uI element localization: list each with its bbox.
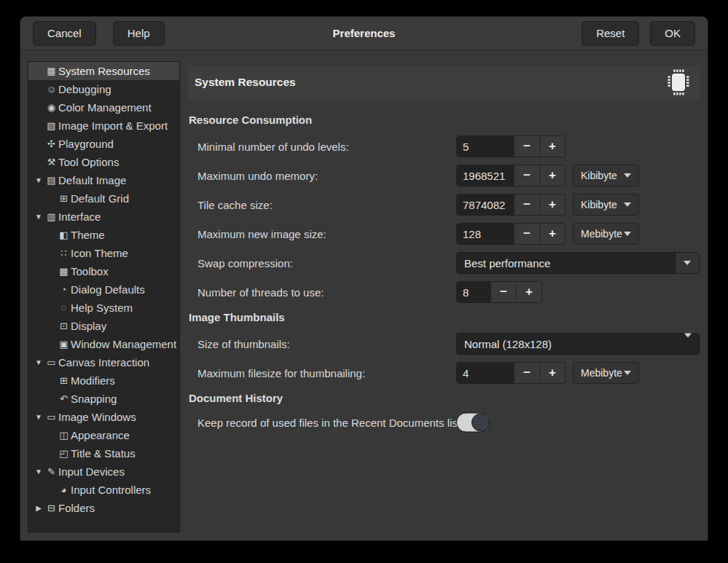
spinbox: 1968521−+ — [456, 165, 565, 186]
toggle-switch[interactable] — [456, 413, 490, 433]
sidebar-item-dialog-defaults[interactable]: ◔Dialog Defaults — [28, 280, 179, 299]
spin-entry-field[interactable]: 5 — [457, 136, 514, 157]
setting-label: Minimal number of undo levels: — [197, 141, 349, 153]
setting-label: Number of threads to use: — [197, 286, 324, 299]
spin-entry-field[interactable]: 7874082 — [457, 194, 514, 215]
sidebar-item-interface[interactable]: ▼▥Interface — [28, 208, 179, 226]
sidebar-item-image-import-export[interactable]: ▧Image Import & Export — [28, 117, 179, 135]
titlebar-left-buttons: Cancel Help — [33, 21, 165, 46]
spin-entry-field[interactable]: 1968521 — [457, 165, 514, 186]
spin-entry-field[interactable]: 4 — [457, 363, 514, 383]
cancel-button[interactable]: Cancel — [33, 21, 96, 46]
ok-button[interactable]: OK — [650, 21, 695, 46]
expander-down-icon[interactable]: ▼ — [32, 413, 45, 421]
spin-increment-button[interactable]: + — [539, 165, 565, 186]
spin-decrement-button[interactable]: − — [514, 363, 539, 383]
window-management-icon: ▣ — [58, 339, 70, 350]
spinbox: 5−+ — [456, 135, 565, 157]
import-export-icon: ▧ — [45, 120, 58, 131]
expander-down-icon[interactable]: ▼ — [32, 468, 45, 476]
sidebar-item-input-devices[interactable]: ▼✎Input Devices — [28, 462, 179, 481]
sidebar-item-help-system[interactable]: ◌Help System — [28, 299, 179, 317]
reset-button[interactable]: Reset — [582, 21, 639, 46]
sidebar-item-appearance[interactable]: ◫Appearance — [28, 426, 179, 444]
dropdown[interactable]: Best performance — [456, 252, 700, 274]
spin-decrement-button[interactable]: − — [514, 136, 539, 157]
spin-increment-button[interactable]: + — [516, 282, 541, 302]
expander-down-icon[interactable]: ▼ — [32, 213, 45, 221]
setting-control: 8−+ — [456, 281, 542, 303]
unit-dropdown-value: Kibibyte — [581, 170, 617, 181]
expander-down-icon[interactable]: ▼ — [32, 176, 45, 184]
expander-right-icon[interactable]: ▶ — [32, 504, 45, 512]
setting-label: Tile cache size: — [197, 199, 273, 211]
expander-down-icon[interactable]: ▼ — [32, 358, 45, 366]
sidebar-item-label: Dialog Defaults — [71, 283, 145, 296]
spin-increment-button[interactable]: + — [539, 224, 565, 244]
sidebar-item-label: Window Management — [71, 338, 176, 350]
spin-decrement-button[interactable]: − — [514, 224, 539, 244]
input-controllers-icon: ◕ — [58, 484, 70, 495]
spinbox: 4−+ — [456, 362, 565, 384]
sidebar-item-debugging[interactable]: ☺Debugging — [28, 80, 179, 98]
spin-increment-button[interactable]: + — [539, 363, 565, 383]
sidebar-item-label: Default Image — [58, 174, 126, 186]
sidebar-item-title-status[interactable]: ◰Title & Status — [28, 444, 179, 462]
unit-dropdown[interactable]: Kibibyte — [573, 194, 639, 216]
settings-row: Keep record of used files in the Recent … — [189, 410, 700, 435]
sidebar-item-label: Help System — [71, 302, 133, 314]
sidebar-item-canvas-interaction[interactable]: ▼▭Canvas Interaction — [28, 353, 179, 371]
sidebar-item-label: Color Management — [58, 101, 152, 114]
sidebar-item-snapping[interactable]: ↶Snapping — [28, 390, 179, 408]
sidebar-item-window-management[interactable]: ▣Window Management — [28, 335, 179, 353]
sidebar-item-color-management[interactable]: ◉Color Management — [28, 98, 179, 117]
sidebar-item-display[interactable]: ⊡Display — [28, 317, 179, 335]
dropdown-arrow-button[interactable] — [675, 253, 699, 273]
titlebar-right-buttons: Reset OK — [582, 21, 695, 46]
sidebar-item-modifiers[interactable]: ⊞Modifiers — [28, 371, 179, 390]
theme-icon: ◧ — [58, 229, 70, 240]
spin-increment-button[interactable]: + — [539, 194, 565, 215]
sidebar-item-toolbox[interactable]: ▩Toolbox — [28, 262, 179, 280]
setting-control: 5−+ — [456, 135, 565, 157]
spin-decrement-button[interactable]: − — [490, 282, 516, 302]
sidebar-item-label: Modifiers — [71, 374, 115, 387]
tool-options-icon: ⚒ — [45, 157, 58, 168]
sidebar-item-input-controllers[interactable]: ◕Input Controllers — [28, 481, 179, 499]
spin-entry-field[interactable]: 8 — [457, 282, 490, 302]
dialog-defaults-icon: ◔ — [58, 284, 70, 295]
sidebar-item-folders[interactable]: ▶⊟Folders — [28, 499, 179, 517]
spin-decrement-button[interactable]: − — [514, 194, 539, 215]
preferences-dialog: Cancel Help Preferences Reset OK ▦System… — [20, 17, 708, 540]
sidebar-item-tool-options[interactable]: ⚒Tool Options — [28, 153, 179, 171]
dropdown[interactable]: Normal (128x128) — [456, 333, 700, 355]
settings-row: Size of thumbnails:Normal (128x128) — [189, 329, 700, 358]
sidebar-item-label: Canvas Interaction — [58, 356, 149, 369]
toggle-knob — [471, 414, 490, 432]
sidebar-item-default-image[interactable]: ▼▤Default Image — [28, 171, 179, 189]
sidebar-item-label: Image Import & Export — [58, 119, 168, 132]
spin-decrement-button[interactable]: − — [514, 165, 539, 186]
sidebar-item-label: Icon Theme — [71, 247, 128, 259]
sidebar-item-label: Display — [71, 320, 106, 332]
spin-increment-button[interactable]: + — [539, 136, 565, 157]
sidebar-item-playground[interactable]: ✣Playground — [28, 135, 179, 153]
help-button[interactable]: Help — [113, 21, 165, 46]
page-title: System Resources — [195, 76, 296, 89]
sidebar-item-label: Input Controllers — [71, 484, 151, 496]
sidebar-item-icon-theme[interactable]: ∷Icon Theme — [28, 244, 179, 262]
sidebar-item-system-resources[interactable]: ▦System Resources — [28, 62, 179, 80]
settings-row: Maximum filesize for thumbnailing:4−+Meb… — [189, 358, 700, 387]
sidebar-item-default-grid[interactable]: ⊞Default Grid — [28, 189, 179, 208]
chevron-down-icon — [684, 261, 691, 265]
sidebar-item-label: Input Devices — [58, 465, 125, 478]
unit-dropdown[interactable]: Mebibyte — [573, 223, 639, 245]
spin-entry-field[interactable]: 128 — [457, 224, 514, 244]
sidebar-item-image-windows[interactable]: ▼▭Image Windows — [28, 408, 179, 426]
unit-dropdown[interactable]: Mebibyte — [573, 362, 639, 384]
titlebar: Cancel Help Preferences Reset OK — [20, 17, 708, 50]
unit-dropdown[interactable]: Kibibyte — [573, 165, 639, 186]
unit-dropdown-value: Kibibyte — [581, 199, 617, 210]
help-system-icon: ◌ — [58, 302, 70, 313]
sidebar-item-theme[interactable]: ◧Theme — [28, 226, 179, 244]
